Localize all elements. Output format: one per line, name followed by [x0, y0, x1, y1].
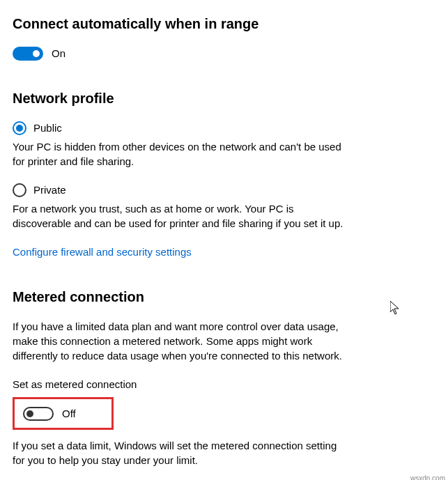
metered-toggle-label: Off: [62, 406, 76, 421]
private-radio-group: Private: [13, 183, 448, 197]
connect-toggle-row: On: [13, 46, 448, 61]
metered-description: If you have a limited data plan and want…: [13, 319, 347, 363]
watermark: wsxdn.com: [410, 474, 445, 480]
connect-automatically-section: Connect automatically when in range On: [13, 14, 448, 61]
metered-title: Metered connection: [13, 287, 448, 307]
public-label: Public: [33, 121, 62, 135]
public-radio[interactable]: [13, 121, 26, 135]
metered-connection-section: Metered connection If you have a limited…: [13, 287, 448, 480]
limit-description: If you set a data limit, Windows will se…: [13, 438, 347, 467]
public-description: Your PC is hidden from other devices on …: [13, 139, 347, 169]
metered-toggle[interactable]: [23, 407, 54, 421]
public-radio-group: Public: [13, 121, 448, 135]
connect-toggle[interactable]: [13, 47, 43, 61]
network-profile-section: Network profile Public Your PC is hidden…: [13, 88, 448, 259]
profile-title: Network profile: [13, 88, 448, 108]
connect-title: Connect automatically when in range: [13, 14, 448, 33]
set-metered-label: Set as metered connection: [13, 377, 448, 392]
metered-highlight: Off: [13, 397, 114, 430]
private-label: Private: [33, 183, 66, 197]
private-description: For a network you trust, such as at home…: [13, 201, 347, 231]
firewall-link[interactable]: Configure firewall and security settings: [13, 245, 448, 259]
connect-toggle-label: On: [52, 46, 65, 61]
private-radio[interactable]: [13, 183, 26, 197]
